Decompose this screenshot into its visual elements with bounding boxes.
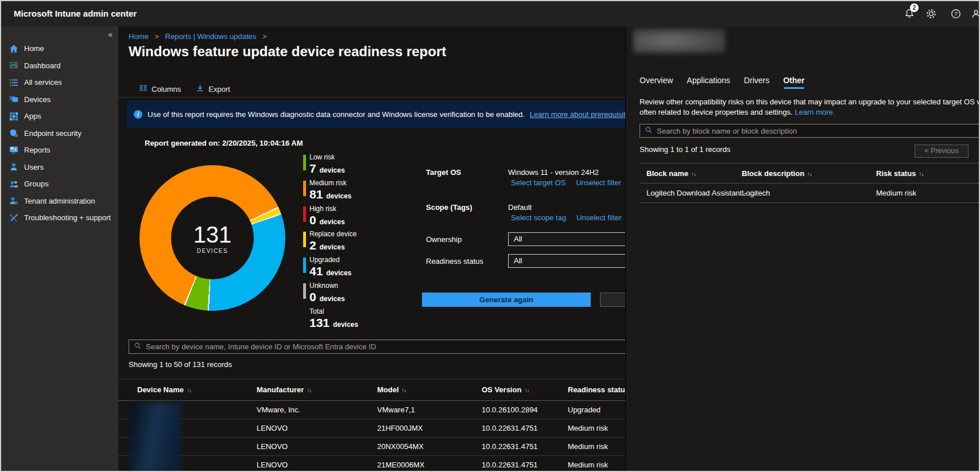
info-banner: i Use of this report requires the Window… [127,101,625,128]
tab-overview[interactable]: Overview [640,76,673,85]
manufacturer-cell: LENOVO [257,438,288,455]
sidebar-item-apps[interactable]: Apps [1,108,118,125]
help-icon[interactable]: ? [951,9,961,19]
legend-item-unknown: Unknown0 devices [303,282,358,308]
block-search-input[interactable] [657,127,979,135]
breadcrumb-home[interactable]: Home [129,32,149,41]
sidebar-collapse-icon[interactable]: « [108,30,113,39]
tab-other[interactable]: Other [783,76,804,85]
sidebar-item-reports[interactable]: Reports [1,142,118,159]
scope-tags-label: Scope (Tags) [426,203,472,212]
legend-value: 7 devices [309,161,358,178]
readiness-status-cell: Medium risk [568,456,608,472]
risk-status-cell: Medium risk [876,184,916,202]
target-os-label: Target OS [426,168,461,177]
sidebar-item-endpoint-security[interactable]: Endpoint security [1,125,118,142]
endpoint-security-icon [9,128,18,138]
os-version-cell: 10.0.26100.2894 [482,401,538,419]
tab-applications[interactable]: Applications [687,76,730,85]
legend-label: High risk [309,205,358,213]
sidebar: « HomeDashboardAll servicesDevicesAppsEn… [1,26,118,472]
sort-icon[interactable]: ↑↓ [919,171,923,177]
sidebar-item-home[interactable]: Home [1,40,118,57]
select-scope-tag-link[interactable]: Select scope tag [511,213,566,222]
main-content: Home > Reports | Windows updates > Windo… [118,26,625,472]
legend-item-total: Total131 devices [303,308,358,334]
table-row[interactable]: LENOVO21HF000JMX10.0.22631.4751Medium ri… [118,419,625,438]
sidebar-item-devices[interactable]: Devices [1,91,118,108]
sort-icon[interactable]: ↑↓ [187,387,191,393]
block-table-row[interactable]: Logitech Download Assistant - ...Logitec… [640,184,980,203]
manufacturer-cell: LENOVO [257,456,288,472]
target-os-value: Windows 11 - version 24H2 [508,168,599,177]
sidebar-item-tenant-administration[interactable]: Tenant administration [1,193,118,210]
column-header-os-version[interactable]: OS Version↑↓ [482,379,529,401]
block-name-cell: Logitech Download Assistant - ... [646,184,755,202]
table-row[interactable]: LENOVO20NX0054MX10.0.22631.4751Medium ri… [118,438,625,456]
settings-gear-icon[interactable] [926,9,936,19]
sidebar-item-all-services[interactable]: All services [1,74,118,91]
os-version-cell: 10.0.22631.4751 [482,456,538,472]
secondary-action-button[interactable] [600,292,625,307]
readiness-status-select[interactable]: All [508,254,625,268]
previous-page-button[interactable]: < Previous [915,145,969,158]
device-search-input[interactable] [146,342,625,351]
breadcrumb: Home > Reports | Windows updates > [129,32,270,41]
legend-item-replace-device: Replace device2 devices [303,231,358,256]
sidebar-item-users[interactable]: Users [1,159,118,176]
notification-badge: 2 [910,3,919,12]
ownership-label: Ownership [426,235,462,244]
ownership-select[interactable]: All [508,232,625,246]
more-menu-button[interactable]: ··· [417,47,426,56]
column-header-risk-status[interactable]: Risk status↑↓ [876,163,923,184]
legend-value: 81 devices [309,187,358,204]
sidebar-item-label: All services [24,78,62,87]
target-os-unselect-filter-link[interactable]: Unselect filter [576,178,621,187]
donut-total-label: DEVICES [197,248,228,254]
manufacturer-cell: VMware, Inc. [257,401,300,419]
users-icon [9,162,18,171]
sort-icon[interactable]: ↑↓ [307,387,311,393]
column-header-device-name[interactable]: Device Name↑↓ [137,379,191,401]
sort-icon[interactable]: ↑↓ [524,387,529,393]
tab-drivers[interactable]: Drivers [744,76,769,85]
sidebar-item-dashboard[interactable]: Dashboard [1,57,118,75]
export-button[interactable]: Export [196,84,230,94]
breadcrumb-reports-windows-updates[interactable]: Reports | Windows updates [165,32,257,41]
learn-more-prerequisites-link[interactable]: Learn more about prerequisites. [530,110,625,119]
search-icon [645,126,653,136]
breadcrumb-separator: > [262,32,267,41]
sort-icon[interactable]: ↑↓ [807,171,812,177]
select-target-os-link[interactable]: Select target OS [511,178,565,187]
scope-tags-value: Default [508,203,532,212]
legend-label: Total [309,308,358,315]
model-cell: 20NX0054MX [377,438,424,455]
dashboard-icon [9,61,18,70]
table-row[interactable]: VMware, Inc.VMware7,110.0.26100.2894Upgr… [118,401,625,419]
column-header-model[interactable]: Model↑↓ [377,379,406,401]
device-search-box [129,340,625,354]
generate-again-button[interactable]: Generate again [422,292,591,307]
legend-color-unknown [303,283,306,299]
learn-more-link[interactable]: Learn more. [795,108,835,116]
column-header-manufacturer[interactable]: Manufacturer↑↓ [257,379,311,401]
legend-item-upgraded: Upgraded41 devices [303,256,358,282]
table-row[interactable]: LENOVO21ME0006MX10.0.22631.4751Medium ri… [118,456,625,472]
column-header-block-description[interactable]: Block description↑↓ [742,163,812,184]
redacted-device-title [633,29,725,53]
sidebar-item-label: Dashboard [24,61,61,70]
sidebar-item-troubleshooting-support[interactable]: Troubleshooting + support [1,209,118,227]
account-person-icon[interactable] [971,9,980,19]
breadcrumb-separator: > [154,32,159,41]
column-header-readiness-status[interactable]: Readiness status↑↓ [568,379,625,401]
device-table-header: Device Name↑↓Manufacturer↑↓Model↑↓OS Ver… [118,379,625,401]
legend-value: 41 devices [309,264,358,280]
column-header-block-name[interactable]: Block name↑↓ [646,163,696,184]
model-cell: 21HF000JMX [377,419,423,437]
columns-button[interactable]: Columns [139,84,181,94]
scope-unselect-filter-link[interactable]: Unselect filter [576,213,622,222]
block-table-header: Block name↑↓Block description↑↓Risk stat… [640,163,980,184]
sort-icon[interactable]: ↑↓ [691,171,696,177]
sidebar-item-groups[interactable]: Groups [1,175,118,193]
sort-icon[interactable]: ↑↓ [402,387,406,393]
